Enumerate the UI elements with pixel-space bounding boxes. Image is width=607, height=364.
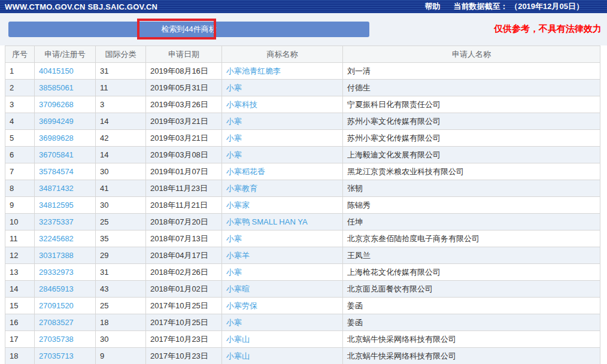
trademark-name-link[interactable]: 小寒劳保 bbox=[226, 301, 257, 310]
table-row: 636705841142019年03月08日小寒上海毅迪文化发展有限公司 bbox=[5, 147, 600, 163]
header-trademark-name: 商标名称 bbox=[222, 46, 343, 63]
reg-no-link[interactable]: 34812595 bbox=[39, 201, 74, 210]
reg-no-link[interactable]: 36994249 bbox=[39, 117, 74, 126]
seq-cell: 14 bbox=[5, 281, 35, 298]
table-row: 140415150312019年08月16日小寒池青红脆李刘一清 bbox=[5, 63, 600, 80]
date-cell: 2018年11月23日 bbox=[146, 180, 222, 197]
reg-no-link[interactable]: 38585061 bbox=[39, 83, 74, 92]
site-address: WWW.CTMO.GOV.CN SBJ.SAIC.GOV.CN bbox=[0, 2, 157, 11]
result-banner: 检索到44件商标 bbox=[8, 22, 369, 37]
trademark-name-link[interactable]: 小寒家 bbox=[226, 201, 250, 210]
trademark-name-link-cell: 小寒 bbox=[222, 314, 343, 331]
reg-no-link[interactable]: 27091520 bbox=[39, 301, 74, 310]
trademark-name-link[interactable]: 小寒鸭 SMALL HAN YA bbox=[226, 217, 308, 226]
seq-cell: 4 bbox=[5, 113, 35, 130]
class-cell: 18 bbox=[96, 314, 146, 331]
reg-no-link-cell: 34871432 bbox=[35, 180, 96, 197]
trademark-name-link[interactable]: 小寒山 bbox=[226, 351, 250, 360]
table-row: 735784574302019年01月07日小寒稻花香黑龙江京贡米粮农业科技有限… bbox=[5, 163, 600, 180]
reg-no-link-cell: 27035713 bbox=[35, 348, 96, 364]
reg-no-link-cell: 34812595 bbox=[35, 197, 96, 214]
table-row: 1428465913432018年01月02日小寒暄北京面兑面餐饮有限公司 bbox=[5, 281, 600, 298]
date-cell: 2017年10月25日 bbox=[146, 314, 222, 331]
class-cell: 42 bbox=[96, 130, 146, 147]
reg-no-link-cell: 32245682 bbox=[35, 230, 96, 247]
reg-no-link-cell: 29332973 bbox=[35, 264, 96, 281]
class-cell: 3 bbox=[96, 96, 146, 113]
seq-cell: 17 bbox=[5, 331, 35, 348]
applicant-cell: 上海枪花文化传媒有限公司 bbox=[343, 264, 600, 281]
reg-no-link-cell: 37096268 bbox=[35, 96, 96, 113]
result-header-strip: 检索到44件商标 仅供参考，不具有法律效力 bbox=[0, 13, 607, 46]
class-cell: 30 bbox=[96, 197, 146, 214]
trademark-name-link-cell: 小寒池青红脆李 bbox=[222, 63, 343, 80]
trademark-name-link[interactable]: 小寒 bbox=[226, 83, 242, 92]
trademark-name-link[interactable]: 小寒 bbox=[226, 268, 242, 277]
reg-no-link[interactable]: 40415150 bbox=[39, 66, 74, 75]
applicant-cell: 姜函 bbox=[343, 314, 600, 331]
table-header-row: 序号 申请/注册号 国际分类 申请日期 商标名称 申请人名称 bbox=[5, 46, 600, 63]
trademark-name-link[interactable]: 小寒科技 bbox=[226, 100, 257, 109]
date-cell: 2019年01月07日 bbox=[146, 163, 222, 180]
reg-no-link[interactable]: 27083527 bbox=[39, 318, 74, 327]
trademark-name-link-cell: 小寒 bbox=[222, 264, 343, 281]
trademark-name-link[interactable]: 小寒池青红脆李 bbox=[226, 66, 281, 75]
applicant-cell: 姜函 bbox=[343, 298, 600, 314]
trademark-name-link-cell: 小寒暄 bbox=[222, 281, 343, 298]
reg-no-link[interactable]: 29332973 bbox=[39, 268, 74, 277]
class-cell: 43 bbox=[96, 281, 146, 298]
date-cell: 2019年03月21日 bbox=[146, 130, 222, 147]
class-cell: 25 bbox=[96, 214, 146, 230]
reg-no-link[interactable]: 27035713 bbox=[39, 351, 74, 360]
table-row: 834871432412018年11月23日小寒教育张韧 bbox=[5, 180, 600, 197]
trademark-name-link[interactable]: 小寒 bbox=[226, 234, 242, 243]
trademark-name-link-cell: 小寒教育 bbox=[222, 180, 343, 197]
table-row: 238585061112019年05月31日小寒付德生 bbox=[5, 80, 600, 96]
class-cell: 30 bbox=[96, 163, 146, 180]
applicant-cell: 宁夏振科日化有限责任公司 bbox=[343, 96, 600, 113]
seq-cell: 7 bbox=[5, 163, 35, 180]
trademark-name-link[interactable]: 小寒 bbox=[226, 318, 242, 327]
trademark-name-link-cell: 小寒 bbox=[222, 130, 343, 147]
trademark-name-link-cell: 小寒 bbox=[222, 147, 343, 163]
reg-no-link[interactable]: 30317388 bbox=[39, 251, 74, 260]
help-link[interactable]: 帮助 bbox=[425, 1, 441, 12]
reg-no-link[interactable]: 32375337 bbox=[39, 217, 74, 226]
trademark-name-link[interactable]: 小寒暄 bbox=[226, 284, 250, 293]
trademark-name-link[interactable]: 小寒 bbox=[226, 150, 242, 159]
trademark-name-link-cell: 小寒羊 bbox=[222, 247, 343, 264]
reg-no-link[interactable]: 28465913 bbox=[39, 284, 74, 293]
reg-no-link[interactable]: 36989628 bbox=[39, 134, 74, 142]
header-applicant: 申请人名称 bbox=[343, 46, 600, 63]
table-row: 1132245682352018年07月13日小寒北京京东叁佰陆拾度电子商务有限… bbox=[5, 230, 600, 247]
table-row: 934812595302018年11月21日小寒家陈锦秀 bbox=[5, 197, 600, 214]
reg-no-link[interactable]: 35784574 bbox=[39, 167, 74, 176]
table-row: 536989628422019年03月21日小寒苏州小寒文化传媒有限公司 bbox=[5, 130, 600, 147]
date-cell: 2018年11月21日 bbox=[146, 197, 222, 214]
table-row: 1230317388292018年04月17日小寒羊王凤兰 bbox=[5, 247, 600, 264]
table-row: 1727035738302017年10月23日小寒山北京蜗牛快采网络科技有限公司 bbox=[5, 331, 600, 348]
trademark-name-link[interactable]: 小寒山 bbox=[226, 335, 250, 344]
reg-no-link[interactable]: 27035738 bbox=[39, 335, 74, 344]
header-class: 国际分类 bbox=[96, 46, 146, 63]
reg-no-link[interactable]: 32245682 bbox=[39, 234, 74, 243]
reg-no-link[interactable]: 37096268 bbox=[39, 100, 74, 109]
reg-no-link[interactable]: 34871432 bbox=[39, 184, 74, 193]
trademark-name-link[interactable]: 小寒 bbox=[226, 117, 242, 126]
header-seq: 序号 bbox=[5, 46, 35, 63]
seq-cell: 11 bbox=[5, 230, 35, 247]
class-cell: 9 bbox=[96, 348, 146, 364]
reg-no-link-cell: 28465913 bbox=[35, 281, 96, 298]
reg-no-link[interactable]: 36705841 bbox=[39, 150, 74, 159]
date-cell: 2017年10月23日 bbox=[146, 348, 222, 364]
applicant-cell: 陈锦秀 bbox=[343, 197, 600, 214]
applicant-cell: 北京京东叁佰陆拾度电子商务有限公司 bbox=[343, 230, 600, 247]
trademark-name-link-cell: 小寒山 bbox=[222, 348, 343, 364]
trademark-name-link[interactable]: 小寒教育 bbox=[226, 184, 257, 193]
trademark-name-link[interactable]: 小寒稻花香 bbox=[226, 167, 265, 176]
applicant-cell: 张韧 bbox=[343, 180, 600, 197]
trademark-name-link[interactable]: 小寒羊 bbox=[226, 251, 250, 260]
reg-no-link-cell: 27091520 bbox=[35, 298, 96, 314]
class-cell: 31 bbox=[96, 264, 146, 281]
trademark-name-link[interactable]: 小寒 bbox=[226, 134, 242, 142]
